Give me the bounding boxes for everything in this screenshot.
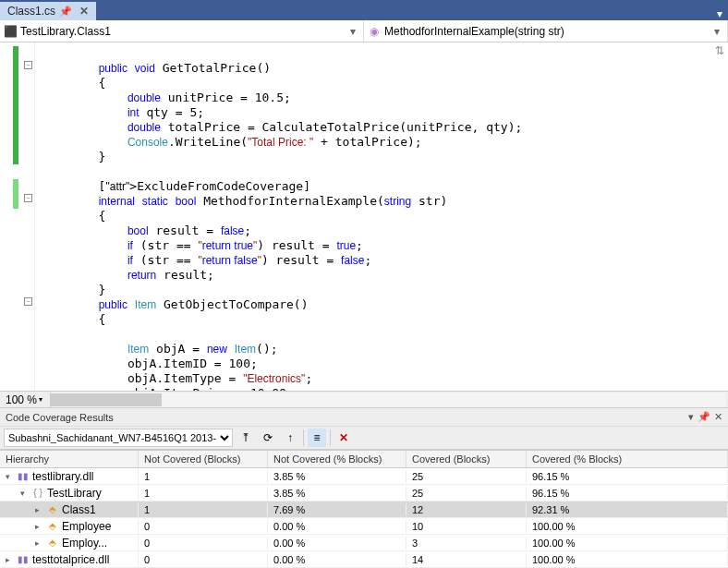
- tab-class1[interactable]: Class1.cs 📌 ✕: [0, 2, 96, 20]
- cell-covered-pct: 96.15 %: [527, 470, 728, 483]
- fold-toggle[interactable]: −: [24, 297, 32, 306]
- close-icon[interactable]: ✕: [714, 411, 722, 423]
- grid-header-row: Hierarchy Not Covered (Blocks) Not Cover…: [0, 451, 728, 468]
- chevron-down-icon: ▾: [346, 25, 359, 38]
- nav-bar: ⬛ TestLibrary.Class1 ▾ ◉ MethodforIntern…: [0, 20, 728, 42]
- tree-label: testtotalprice.dll: [32, 553, 109, 566]
- cell-covered-pct: 92.31 %: [527, 503, 728, 516]
- cell-covered-pct: 100.00 %: [527, 553, 728, 566]
- tree-expander-icon[interactable]: ▸: [35, 522, 43, 531]
- chevron-down-icon: ▾: [710, 25, 723, 38]
- panel-title: Code Coverage Results: [6, 412, 688, 423]
- pin-icon[interactable]: 📌: [59, 6, 72, 18]
- cell-covered-pct: 100.00 %: [527, 520, 728, 533]
- code-text[interactable]: public void GetTotalPrice() { double uni…: [35, 42, 728, 391]
- cell-not-covered-blocks: 1: [139, 470, 268, 483]
- coverage-toolbar: Subashni_Sachidanant_WN7-B4516Q1 2013- ⤒…: [0, 426, 728, 450]
- coverage-bar: [13, 179, 18, 194]
- chevron-down-icon: ▾: [39, 395, 42, 404]
- method-icon: ◉: [368, 25, 381, 38]
- tree-label: Class1: [62, 503, 96, 516]
- cell-not-covered-pct: 0.00 %: [268, 537, 406, 550]
- cell-covered-blocks: 25: [406, 487, 527, 500]
- refresh-icon[interactable]: ⟳: [259, 429, 277, 447]
- table-row[interactable]: ▸⬘Employ...00.00 %3100.00 %: [0, 535, 728, 551]
- cell-not-covered-pct: 0.00 %: [268, 520, 406, 533]
- cell-not-covered-blocks: 0: [139, 537, 268, 550]
- cell-not-covered-blocks: 0: [139, 553, 268, 566]
- cell-not-covered-pct: 0.00 %: [268, 553, 406, 566]
- toggle-color-icon[interactable]: ≡: [308, 429, 326, 447]
- table-row[interactable]: ▸⬘Employee00.00 %10100.00 %: [0, 518, 728, 535]
- table-row[interactable]: ▸⬘Class117.69 %1292.31 %: [0, 502, 728, 518]
- tree-label: testlibrary.dll: [32, 470, 93, 483]
- tree-label: Employee: [62, 520, 111, 533]
- table-row[interactable]: ▾▮▮testlibrary.dll13.85 %2596.15 %: [0, 468, 728, 485]
- cell-covered-blocks: 14: [406, 553, 527, 566]
- cell-not-covered-pct: 3.85 %: [268, 470, 406, 483]
- tree-expander-icon[interactable]: ▾: [20, 489, 29, 498]
- col-covered-pct[interactable]: Covered (% Blocks): [527, 451, 728, 467]
- tree-expander-icon[interactable]: ▸: [35, 505, 43, 514]
- cell-covered-blocks: 3: [406, 537, 527, 550]
- tree-label: Employ...: [62, 537, 107, 550]
- pin-icon[interactable]: 📌: [698, 411, 710, 423]
- zoom-value: 100 %: [6, 393, 37, 406]
- split-handle-icon[interactable]: ⇅: [715, 44, 726, 55]
- nav-member-label: MethodforInternalExample(string str): [384, 25, 564, 38]
- class-icon: ⬛: [4, 25, 17, 38]
- cell-covered-blocks: 10: [406, 520, 527, 533]
- nav-scope-class[interactable]: ⬛ TestLibrary.Class1 ▾: [0, 20, 364, 42]
- results-combo[interactable]: Subashni_Sachidanant_WN7-B4516Q1 2013-: [4, 429, 233, 447]
- cell-covered-pct: 96.15 %: [527, 487, 728, 500]
- delete-icon[interactable]: ✕: [334, 429, 353, 447]
- tab-bar: Class1.cs 📌 ✕ ▾: [0, 0, 728, 20]
- col-covered-blocks[interactable]: Covered (Blocks): [406, 451, 527, 467]
- col-not-covered-pct[interactable]: Not Covered (% Blocks): [268, 451, 406, 467]
- cell-covered-pct: 100.00 %: [527, 537, 728, 550]
- coverage-panel-header: Code Coverage Results ▾ 📌 ✕: [0, 407, 728, 426]
- col-hierarchy[interactable]: Hierarchy: [0, 451, 139, 467]
- window-menu-icon[interactable]: ▾: [688, 411, 694, 423]
- fold-toggle[interactable]: −: [24, 61, 32, 69]
- nav-scope-member[interactable]: ◉ MethodforInternalExample(string str) ▾: [364, 20, 728, 42]
- scrollbar-thumb[interactable]: [51, 393, 162, 406]
- tree-expander-icon[interactable]: ▸: [35, 538, 43, 548]
- tree-label: TestLibrary: [47, 487, 102, 500]
- tab-overflow-icon[interactable]: ▾: [711, 7, 728, 20]
- code-editor[interactable]: ⇅ − − − public void GetTotalPrice() { do…: [0, 42, 728, 391]
- tree-expander-icon[interactable]: ▾: [6, 472, 14, 481]
- cell-not-covered-pct: 3.85 %: [268, 487, 406, 500]
- cell-not-covered-blocks: 0: [139, 520, 268, 533]
- cell-covered-blocks: 12: [406, 503, 527, 516]
- cell-not-covered-pct: 7.69 %: [268, 503, 406, 516]
- table-row[interactable]: ▸▮▮testtotalprice.dll00.00 %14100.00 %: [0, 551, 728, 568]
- fold-toggle[interactable]: −: [24, 194, 32, 202]
- cell-not-covered-blocks: 1: [139, 503, 268, 516]
- zoom-combo[interactable]: 100 % ▾: [0, 393, 48, 406]
- separator: [303, 429, 304, 446]
- editor-gutter: − − −: [0, 42, 35, 391]
- tab-title: Class1.cs: [7, 5, 55, 18]
- cell-not-covered-blocks: 1: [139, 487, 268, 500]
- import-icon[interactable]: ⤒: [237, 429, 255, 447]
- nav-class-label: TestLibrary.Class1: [20, 25, 111, 38]
- separator: [330, 429, 331, 446]
- coverage-bar: [13, 194, 18, 209]
- editor-statusbar: 100 % ▾: [0, 391, 728, 407]
- cell-covered-blocks: 25: [406, 470, 527, 483]
- coverage-bar: [13, 46, 18, 164]
- table-row[interactable]: ▾{ }TestLibrary13.85 %2596.15 %: [0, 485, 728, 502]
- coverage-grid: Hierarchy Not Covered (Blocks) Not Cover…: [0, 450, 728, 568]
- horizontal-scrollbar[interactable]: [50, 393, 726, 407]
- col-not-covered-blocks[interactable]: Not Covered (Blocks): [139, 451, 268, 467]
- tree-expander-icon[interactable]: ▸: [6, 555, 14, 564]
- close-icon[interactable]: ✕: [79, 5, 89, 18]
- export-icon[interactable]: ↑: [281, 429, 299, 447]
